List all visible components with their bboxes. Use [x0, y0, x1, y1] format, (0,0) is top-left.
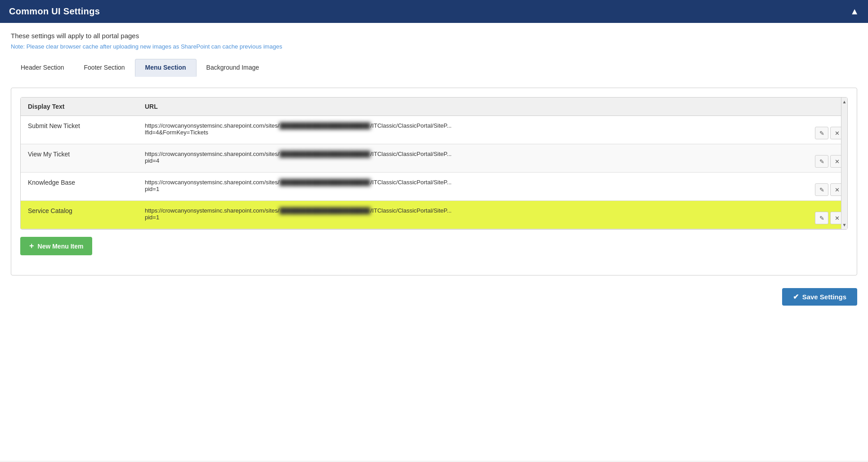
url-suffix: /ITClassic/ClassicPortal/SiteP...	[371, 207, 452, 214]
col-display-text: Display Text	[21, 98, 138, 116]
url-blurred-segment: ██████████████████████	[279, 122, 371, 129]
cell-display-text: Knowledge Base	[21, 173, 138, 201]
scroll-up-arrow[interactable]: ▲	[841, 98, 848, 105]
tab-menu-section[interactable]: Menu Section	[135, 59, 197, 77]
save-settings-label: Save Settings	[802, 293, 846, 301]
save-settings-button[interactable]: ✔ Save Settings	[782, 288, 857, 306]
url-blurred-segment: ██████████████████████	[279, 179, 371, 186]
footer-actions: ✔ Save Settings	[11, 284, 857, 306]
url-suffix: /ITClassic/ClassicPortal/SiteP...	[371, 122, 452, 129]
url-blurred-segment: ██████████████████████	[279, 151, 371, 157]
url-line1: https://crowcanyonsystemsinc.sharepoint.…	[145, 122, 804, 129]
url-line1: https://crowcanyonsystemsinc.sharepoint.…	[145, 179, 804, 186]
cell-display-text: View My Ticket	[21, 144, 138, 173]
tabs-container: Header Section Footer Section Menu Secti…	[11, 59, 857, 77]
table-row: Knowledge Basehttps://crowcanyonsystemsi…	[21, 173, 847, 201]
table-row: View My Tickethttps://crowcanyonsystemsi…	[21, 144, 847, 173]
page-title: Common UI Settings	[9, 6, 100, 17]
cell-url: https://crowcanyonsystemsinc.sharepoint.…	[138, 173, 811, 201]
check-icon: ✔	[793, 293, 799, 301]
url-blurred-segment: ██████████████████████	[279, 207, 371, 214]
tab-header-section[interactable]: Header Section	[11, 59, 74, 77]
new-menu-item-label: New Menu Item	[38, 243, 84, 250]
edit-button[interactable]: ✎	[815, 155, 828, 168]
url-line1: https://crowcanyonsystemsinc.sharepoint.…	[145, 207, 804, 214]
url-suffix: /ITClassic/ClassicPortal/SiteP...	[371, 151, 452, 157]
menu-section-panel: Display Text URL Submit New Tickethttps:…	[11, 88, 857, 275]
url-line2: pid=4	[145, 157, 804, 164]
url-suffix: /ITClassic/ClassicPortal/SiteP...	[371, 179, 452, 186]
url-prefix: https://crowcanyonsystemsinc.sharepoint.…	[145, 122, 279, 129]
table-header-row: Display Text URL	[21, 98, 847, 116]
actions-group: ✎✕	[815, 149, 844, 168]
col-url: URL	[138, 98, 811, 116]
actions-group: ✎✕	[815, 177, 844, 196]
table-wrapper: Display Text URL Submit New Tickethttps:…	[20, 97, 848, 230]
edit-button[interactable]: ✎	[815, 183, 828, 196]
url-prefix: https://crowcanyonsystemsinc.sharepoint.…	[145, 179, 279, 186]
plus-icon: +	[29, 241, 34, 251]
tab-footer-section[interactable]: Footer Section	[74, 59, 135, 77]
main-content: These settings will apply to all portal …	[0, 23, 868, 461]
menu-table: Display Text URL Submit New Tickethttps:…	[21, 98, 847, 229]
collapse-icon[interactable]: ▲	[850, 6, 859, 17]
table-row: Submit New Tickethttps://crowcanyonsyste…	[21, 116, 847, 144]
edit-button[interactable]: ✎	[815, 212, 828, 224]
cell-url: https://crowcanyonsystemsinc.sharepoint.…	[138, 201, 811, 229]
cell-display-text: Submit New Ticket	[21, 116, 138, 144]
table-row: Service Cataloghttps://crowcanyonsystems…	[21, 201, 847, 229]
url-prefix: https://crowcanyonsystemsinc.sharepoint.…	[145, 151, 279, 157]
scroll-down-arrow[interactable]: ▼	[841, 222, 848, 228]
new-menu-item-button[interactable]: + New Menu Item	[20, 237, 92, 255]
cell-url: https://crowcanyonsystemsinc.sharepoint.…	[138, 144, 811, 173]
note-text: Note: Please clear browser cache after u…	[11, 43, 857, 50]
actions-group: ✎✕	[815, 205, 844, 224]
url-line2: pid=1	[145, 214, 804, 221]
cell-url: https://crowcanyonsystemsinc.sharepoint.…	[138, 116, 811, 144]
actions-group: ✎✕	[815, 120, 844, 139]
url-line2: lfid=4&FormKey=Tickets	[145, 129, 804, 136]
subtitle-text: These settings will apply to all portal …	[11, 32, 857, 40]
scrollbar-right[interactable]: ▲ ▼	[841, 98, 847, 229]
cell-display-text: Service Catalog	[21, 201, 138, 229]
header-bar: Common UI Settings ▲	[0, 0, 868, 23]
url-line1: https://crowcanyonsystemsinc.sharepoint.…	[145, 151, 804, 157]
url-line2: pid=1	[145, 186, 804, 192]
url-prefix: https://crowcanyonsystemsinc.sharepoint.…	[145, 207, 279, 214]
tab-background-image[interactable]: Background Image	[197, 59, 269, 77]
edit-button[interactable]: ✎	[815, 127, 828, 139]
